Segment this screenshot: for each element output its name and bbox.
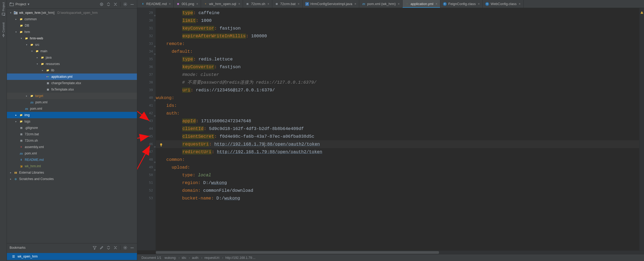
project-panel-title[interactable]: Project ▾ bbox=[10, 2, 30, 6]
breadcrumb-segment[interactable]: wukong: bbox=[165, 256, 180, 260]
code-line[interactable]: # 不需要password的redis连接为 redis://127.0.0.1… bbox=[156, 79, 639, 86]
collapse-all-icon[interactable] bbox=[113, 246, 118, 250]
breadcrumb-segment[interactable]: http://192.168.1.79:... bbox=[225, 256, 258, 260]
tab-hrmcfg[interactable]: JHrmConfigServiceImpl.java× bbox=[303, 0, 359, 8]
fold-mark-icon[interactable]: ⊟ bbox=[153, 43, 156, 45]
tree-item-hrm-web[interactable]: ▾📁hrm-web bbox=[7, 35, 137, 42]
close-icon[interactable]: × bbox=[398, 2, 400, 6]
select-opened-file-icon[interactable] bbox=[99, 2, 104, 6]
tab-wkhrmopen[interactable]: ≡wk_hrm_open.sql× bbox=[201, 0, 243, 8]
editor-content[interactable]: type: caffeine limit: 1000 keyConvertor:… bbox=[156, 8, 639, 250]
tree-item-72crm-bat[interactable]: ▤72crm.bat bbox=[7, 131, 137, 137]
code-line[interactable]: ids: bbox=[156, 102, 639, 109]
tree-item-gitignore[interactable]: ▤.gitignore bbox=[7, 125, 137, 131]
line-number[interactable]: 29⊟ bbox=[137, 9, 153, 17]
tree-item-wkhrm-iml[interactable]: ◪wk_hrm.iml bbox=[7, 163, 137, 169]
tab-webcfg[interactable]: CWebConfig.class× bbox=[483, 0, 523, 8]
code-line[interactable]: redirectUri: http://192.168.1.79:88/open… bbox=[156, 148, 639, 156]
code-line[interactable]: appId: 1711560062472347648 bbox=[156, 117, 639, 125]
code-line[interactable]: region: D:/wukong bbox=[156, 179, 639, 187]
line-number[interactable]: 44 bbox=[137, 125, 153, 133]
line-number[interactable]: 34⊟ bbox=[137, 48, 153, 55]
code-line[interactable]: type: local bbox=[156, 171, 639, 179]
tree-item-fixtemplate[interactable]: ▦fixTemplate.xlsx bbox=[7, 86, 137, 93]
commit-tool-button[interactable]: Commit bbox=[2, 22, 5, 37]
close-icon[interactable]: × bbox=[267, 2, 269, 6]
tree-item-external-libraries[interactable]: ▸▮▮External Libraries bbox=[7, 169, 137, 176]
project-tool-button[interactable]: Project bbox=[2, 2, 5, 16]
line-number[interactable]: 53 bbox=[137, 194, 153, 202]
tab-72crmsh[interactable]: ▤72crm.sh× bbox=[243, 0, 272, 8]
tree-item-lib[interactable]: ▸📁lib bbox=[7, 67, 137, 74]
tree-item-pom3[interactable]: mpom.xml bbox=[7, 150, 137, 157]
tree-item-pom1[interactable]: mpom.xml bbox=[7, 99, 137, 105]
gear-icon[interactable] bbox=[123, 2, 127, 6]
line-number[interactable]: 43 bbox=[137, 117, 153, 125]
collapse-all-icon[interactable] bbox=[113, 2, 118, 6]
project-tree[interactable]: ▾ wk_open_hrm [wk_hrm] D:\workspace\wk_o… bbox=[7, 9, 137, 243]
line-number[interactable]: 39 bbox=[137, 86, 153, 94]
code-line[interactable]: keyConvertor: fastjson bbox=[156, 63, 639, 71]
code-line[interactable]: type: caffeine bbox=[156, 9, 639, 17]
close-icon[interactable]: × bbox=[298, 2, 300, 6]
line-number[interactable]: 31 bbox=[137, 25, 153, 32]
status-breadcrumb[interactable]: wukong:ids:auth:requestUri:http://192.16… bbox=[165, 256, 258, 260]
close-icon[interactable]: × bbox=[478, 2, 480, 6]
close-icon[interactable]: × bbox=[196, 2, 198, 6]
tree-item-application-yml[interactable]: application.yml bbox=[7, 74, 137, 80]
fold-mark-icon[interactable]: ⊟ bbox=[153, 50, 156, 53]
expand-all-icon[interactable] bbox=[106, 2, 111, 6]
tree-item-readme[interactable]: ⬇README.md bbox=[7, 157, 137, 163]
tree-item-main[interactable]: ▾📁main bbox=[7, 48, 137, 54]
tree-item-img[interactable]: ▸📁img bbox=[7, 112, 137, 118]
tree-item-target[interactable]: ▸📁target bbox=[7, 93, 137, 99]
line-number[interactable]: 40⊟ bbox=[137, 94, 153, 102]
expand-all-icon[interactable] bbox=[106, 246, 111, 250]
code-line[interactable]: bucket-name: D:/wukong bbox=[156, 194, 639, 202]
line-number[interactable]: 30 bbox=[137, 17, 153, 25]
code-line[interactable]: limit: 1000 bbox=[156, 17, 639, 25]
code-line[interactable]: common: bbox=[156, 156, 639, 164]
fold-mark-icon[interactable]: ⊟ bbox=[153, 12, 156, 14]
bookmark-item[interactable]: wk_open_hrm bbox=[7, 253, 137, 260]
tree-item-scratches[interactable]: ▸◎Scratches and Consoles bbox=[7, 176, 137, 182]
fold-mark-icon[interactable]: ⊟ bbox=[153, 166, 156, 169]
close-icon[interactable]: × bbox=[169, 2, 171, 6]
code-line[interactable]: domain: commonFile/download bbox=[156, 187, 639, 194]
tab-readme[interactable]: ⬇README.md× bbox=[138, 0, 174, 8]
close-icon[interactable]: × bbox=[519, 2, 521, 6]
tree-item-java[interactable]: ▸📁java bbox=[7, 54, 137, 61]
code-line[interactable]: keyConvertor: fastjson bbox=[156, 25, 639, 32]
editor-right-strip[interactable] bbox=[639, 8, 644, 250]
code-line[interactable]: upload: bbox=[156, 164, 639, 171]
line-number[interactable]: 41 bbox=[137, 102, 153, 109]
tab-appyml[interactable]: ◦application.yml× bbox=[403, 0, 440, 8]
code-line[interactable]: default: bbox=[156, 48, 639, 55]
tree-item-resources[interactable]: ▾📁resources bbox=[7, 61, 137, 67]
line-number[interactable]: 35 bbox=[137, 55, 153, 63]
line-number[interactable]: 46⊟ bbox=[137, 140, 153, 148]
tree-root[interactable]: ▾ wk_open_hrm [wk_hrm] D:\workspace\wk_o… bbox=[7, 10, 137, 16]
hide-panel-icon[interactable]: — bbox=[130, 246, 134, 250]
tab-pomwk[interactable]: mpom.xml (wk_hrm)× bbox=[359, 0, 403, 8]
line-number[interactable]: 45 bbox=[137, 133, 153, 140]
close-icon[interactable]: × bbox=[436, 2, 437, 6]
code-line[interactable]: type: redis.lettuce bbox=[156, 55, 639, 63]
filter-icon[interactable] bbox=[93, 246, 97, 250]
line-number[interactable]: 37 bbox=[137, 71, 153, 79]
line-number[interactable]: 49⊟ bbox=[137, 164, 153, 171]
code-line[interactable]: requestUri: http://192.168.1.79:88/open/… bbox=[156, 140, 639, 148]
line-number[interactable]: 32 bbox=[137, 32, 153, 40]
close-icon[interactable]: × bbox=[354, 2, 356, 6]
tab-001png[interactable]: ▣001.png× bbox=[174, 0, 201, 8]
hide-panel-icon[interactable]: — bbox=[130, 2, 134, 6]
editor-horizontal-scrollbar[interactable] bbox=[156, 250, 644, 254]
tree-item-common[interactable]: ▸📁common bbox=[7, 16, 137, 22]
close-icon[interactable]: × bbox=[238, 2, 240, 6]
line-number[interactable]: 47 bbox=[137, 148, 153, 156]
code-line[interactable]: clientSecret: f0d4e98c-fa6b-43a7-87ec-a0… bbox=[156, 133, 639, 140]
tree-item-src[interactable]: ▾📁src bbox=[7, 42, 137, 48]
line-number[interactable]: 51 bbox=[137, 179, 153, 187]
intention-bulb-icon[interactable] bbox=[159, 142, 163, 146]
line-number[interactable]: 52 bbox=[137, 187, 153, 194]
